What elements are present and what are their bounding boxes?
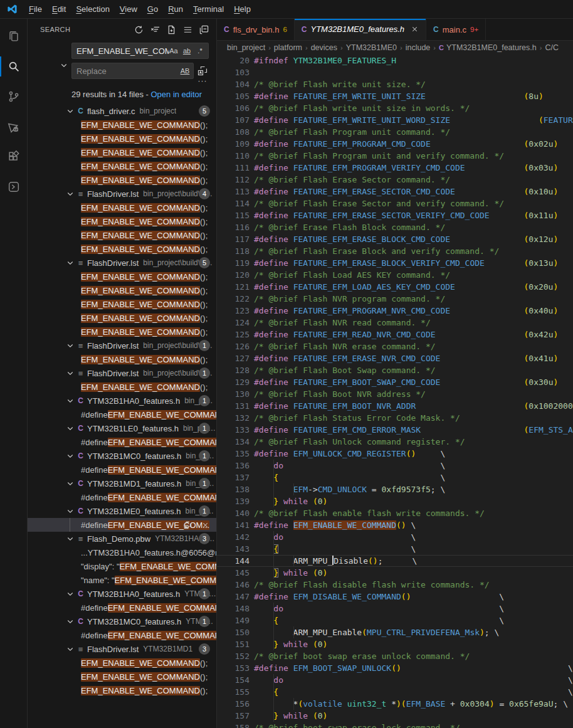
chevron-down-icon[interactable] [65, 589, 75, 599]
code-line[interactable]: 128/* @brief Flash Boot Swap command. */ [217, 364, 573, 376]
file-result-row[interactable]: ≡FlashDriver.lstbin_project\build\YTM3..… [28, 256, 216, 270]
match-result-row[interactable]: EFM_ENABLE_WE_COMMAND(); [28, 242, 216, 256]
code-line[interactable]: 110/* @brief Flash Program unit and veri… [217, 150, 573, 162]
match-result-row[interactable]: EFM_ENABLE_WE_COMMAND(); [28, 228, 216, 242]
match-result-row[interactable]: EFM_ENABLE_WE_COMMAND(); [28, 311, 216, 325]
match-result-row[interactable]: EFM_ENABLE_WE_COMMAND(); [28, 118, 216, 132]
code-line[interactable]: 116/* @brief Erase Flash Block command. … [217, 221, 573, 233]
chevron-down-icon[interactable] [65, 258, 75, 268]
whole-word-toggle[interactable]: ab [181, 45, 192, 56]
replace-match-icon[interactable] [181, 519, 194, 531]
match-result-row[interactable]: EFM_ENABLE_WE_COMMAND(); [28, 670, 216, 683]
file-result-row[interactable]: Cflash_driver.cbin_project5 [28, 104, 216, 118]
code-line[interactable]: 120/* @brief Flash Load AES KEY command.… [217, 269, 573, 281]
menu-selection[interactable]: Selection [71, 3, 114, 15]
code-line[interactable]: 148 do \ [217, 603, 573, 615]
code-line[interactable]: 104/* @brief Flash write unit size. */ [217, 78, 573, 90]
code-line[interactable]: 140/* @brief Flash enable flash write co… [217, 507, 573, 519]
code-line[interactable]: 107#define FEATURE_EFM_WRITE_UNIT_WORD_S… [217, 114, 573, 126]
match-result-row[interactable]: "display": "EFM_ENABLE_WE_COMMAND", [28, 559, 216, 573]
run-debug-icon[interactable] [0, 112, 28, 142]
dismiss-match-icon[interactable] [199, 519, 211, 531]
code-line[interactable]: 145 } while (0) [217, 567, 573, 579]
chevron-down-icon[interactable] [65, 478, 75, 488]
chevron-down-icon[interactable] [65, 534, 75, 544]
match-result-row[interactable]: "name": "EFM_ENABLE_WE_COMMAND", [28, 573, 216, 587]
chevron-down-icon[interactable] [65, 644, 75, 654]
menu-terminal[interactable]: Terminal [188, 3, 229, 15]
chevron-down-icon[interactable] [65, 340, 75, 351]
match-result-row[interactable]: EFM_ENABLE_WE_COMMAND(); [28, 159, 216, 173]
file-result-row[interactable]: CYTM32B1HA0_features.hbin_project...1 [28, 394, 216, 408]
preserve-case-toggle[interactable]: AB [179, 65, 191, 76]
code-line[interactable]: 121#define FEATURE_EFM_LOAD_AES_KEY_CMD_… [217, 281, 573, 293]
code-line[interactable]: 137 { \ [217, 472, 573, 483]
code-line[interactable]: 132/* @brief Flash Status Error Code Mas… [217, 412, 573, 424]
file-result-row[interactable]: ≡FlashDriver.lstYTM32B1MD13 [28, 642, 216, 656]
breadcrumb-file[interactable]: CYTM32B1ME0_features.h [439, 43, 537, 52]
toggle-replace-chevron-icon[interactable] [59, 60, 69, 70]
menu-view[interactable]: View [115, 3, 142, 15]
source-control-icon[interactable] [0, 82, 28, 112]
view-as-list-icon[interactable] [181, 23, 194, 36]
code-line[interactable]: 156 *(volatile uint32_t *)(EFM_BASE + 0x… [217, 698, 573, 710]
code-line[interactable]: 129#define FEATURE_EFM_BOOT_SWAP_CMD_COD… [217, 376, 573, 388]
code-line[interactable]: 114/* @brief Flash Erase Sector and veri… [217, 198, 573, 209]
code-line[interactable]: 126/* @brief Flash NVR erase command. */ [217, 340, 573, 352]
code-line[interactable]: 153#define EFM_BOOT_SWAP_UNLOCK() \ [217, 662, 573, 674]
code-line[interactable]: 147#define EFM_DISABLE_WE_COMMAND() \ [217, 591, 573, 603]
code-line[interactable]: 124/* @brief Flash NVR read command. */ [217, 317, 573, 329]
code-line[interactable]: 133#define FEATURE_EFM_CMD_ERROR_MASK (E… [217, 424, 573, 436]
code-line[interactable]: 111#define FEATURE_EFM_PROGRAM_VERIFY_CM… [217, 162, 573, 174]
breadcrumb-item[interactable]: YTM32B1ME0 [346, 43, 397, 52]
code-line[interactable]: 117#define FEATURE_EFM_ERASE_BLOCK_CMD_C… [217, 233, 573, 245]
open-in-editor-link[interactable]: Open in editor [150, 90, 202, 99]
match-result-row[interactable]: EFM_ENABLE_WE_COMMAND(); [28, 325, 216, 339]
breadcrumb-symbol[interactable]: C/C [545, 43, 559, 52]
match-result-row[interactable]: #define EFM_ENABLE_WE_COMMAND() \ [28, 490, 216, 504]
clear-search-results-icon[interactable] [149, 23, 161, 36]
code-line[interactable]: 122/* @brief Flash NVR program command. … [217, 293, 573, 305]
code-line[interactable]: 144 ARM_MPU_Disable(); \ [217, 555, 573, 567]
code-line[interactable]: 123#define FEATURE_EFM_PROGRAM_NVR_CMD_C… [217, 305, 573, 317]
match-result-row[interactable]: EFM_ENABLE_WE_COMMAND(); [28, 132, 216, 145]
code-line[interactable]: 131#define FEATURE_EFM_BOOT_NVR_ADDR (0x… [217, 400, 573, 412]
match-result-row[interactable]: EFM_ENABLE_WE_COMMAND(); [28, 270, 216, 283]
match-result-row[interactable]: EFM_ENABLE_WE_COMMAND(); [28, 352, 216, 366]
file-result-row[interactable]: CYTM32B1HA0_features.hYTM32B1H...1 [28, 587, 216, 601]
code-line[interactable]: 151 } while (0) [217, 638, 573, 650]
code-line[interactable]: 143 { \ [217, 543, 573, 555]
run-command-icon[interactable] [0, 172, 28, 202]
chevron-down-icon[interactable] [65, 368, 75, 378]
match-result-row[interactable]: EFM_ENABLE_WE_COMMAND(); [28, 173, 216, 187]
code-line[interactable]: 157 } while (0) [217, 710, 573, 722]
open-new-search-editor-icon[interactable] [165, 23, 177, 36]
search-icon[interactable] [0, 51, 28, 82]
tab-ytm32b1me0-features[interactable]: C YTM32B1ME0_features.h [295, 19, 426, 40]
code-line[interactable]: 130/* @brief Flash Boot NVR address */ [217, 388, 573, 400]
code-line[interactable]: 108/* @brief Flash Program unit command.… [217, 126, 573, 138]
code-line[interactable]: 146/* @brief Flash disable flash write c… [217, 579, 573, 591]
code-line[interactable]: 125#define FEATURE_EFM_READ_NVR_CMD_CODE… [217, 329, 573, 340]
match-result-row[interactable]: #define EFM_ENABLE_WE_COM... [28, 518, 216, 532]
menu-edit[interactable]: Edit [47, 3, 71, 15]
menu-go[interactable]: Go [142, 3, 163, 15]
menu-help[interactable]: Help [229, 3, 256, 15]
code-line[interactable]: 155 { \ [217, 686, 573, 698]
code-line[interactable]: 135#define EFM_UNLOCK_CMD_REGISTER() \ [217, 448, 573, 460]
breadcrumb-item[interactable]: devices [311, 43, 337, 52]
menu-run[interactable]: Run [163, 3, 188, 15]
chevron-down-icon[interactable] [65, 506, 75, 516]
match-result-row[interactable]: #define EFM_ENABLE_WE_COMMAND() do ... [28, 408, 216, 421]
code-line[interactable]: 150 ARM_MPU_Enable(MPU_CTRL_PRIVDEFENA_M… [217, 626, 573, 638]
code-line[interactable]: 134/* @brief Flash Unlock command regist… [217, 436, 573, 448]
match-result-row[interactable]: EFM_ENABLE_WE_COMMAND(); [28, 145, 216, 159]
code-line[interactable]: 127#define FEATURE_EFM_ERASE_NVR_CMD_COD… [217, 352, 573, 364]
match-case-toggle[interactable]: Aa [168, 45, 179, 56]
refresh-icon[interactable] [132, 23, 145, 36]
code-line[interactable]: 149 { \ [217, 615, 573, 626]
code-line[interactable]: 113#define FEATURE_EFM_ERASE_SECTOR_CMD_… [217, 186, 573, 198]
match-result-row[interactable]: EFM_ENABLE_WE_COMMAND(); [28, 283, 216, 297]
close-tab-icon[interactable] [411, 25, 419, 33]
file-result-row[interactable]: CYTM32B1LE0_features.hbin_project\...1 [28, 421, 216, 435]
